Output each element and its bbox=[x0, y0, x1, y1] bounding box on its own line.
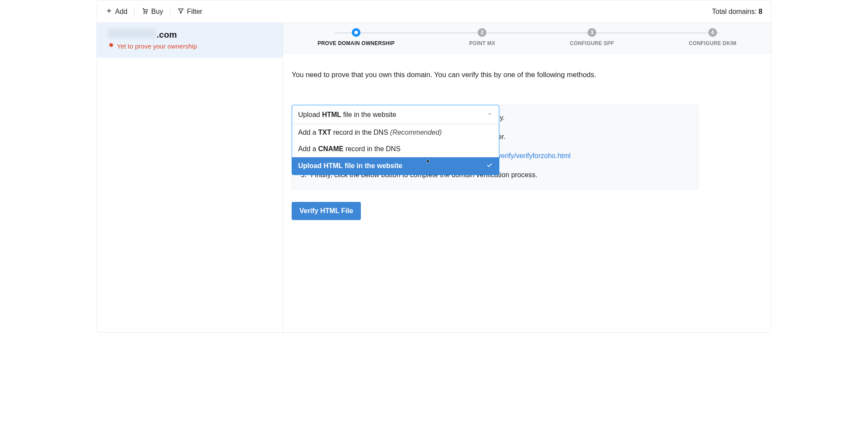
filter-icon bbox=[177, 7, 184, 16]
filter-label: Filter bbox=[187, 8, 203, 16]
total-domains-count: 8 bbox=[759, 8, 762, 15]
filter-button[interactable]: Filter bbox=[177, 7, 203, 16]
chevron-up-icon bbox=[487, 111, 493, 119]
warning-icon bbox=[108, 42, 114, 50]
option-cname-record[interactable]: Add a CNAME record in the DNS bbox=[292, 141, 499, 157]
step-label-4: CONFIGURE DKIM bbox=[689, 40, 736, 46]
instruction-fragment: y. bbox=[500, 114, 505, 122]
domain-name-redacted bbox=[108, 29, 156, 38]
step-label-2: POINT MX bbox=[469, 40, 495, 46]
step-circle-4: 4 bbox=[708, 28, 717, 37]
add-button[interactable]: Add bbox=[106, 7, 127, 16]
stepper: 1 PROVE DOMAIN OWNERSHIP 2 POINT MX 3 CO… bbox=[283, 23, 771, 53]
sidebar: .com Yet to prove your ownership bbox=[97, 23, 283, 332]
separator bbox=[170, 8, 170, 16]
svg-point-1 bbox=[146, 13, 147, 13]
main: 1 PROVE DOMAIN OWNERSHIP 2 POINT MX 3 CO… bbox=[283, 23, 771, 332]
toolbar-left: Add Buy Filter bbox=[106, 7, 203, 16]
domain-suffix: .com bbox=[157, 30, 177, 40]
app-frame: Add Buy Filter Total domains: 8 .com bbox=[96, 0, 772, 333]
svg-point-0 bbox=[144, 13, 145, 13]
step-label-1: PROVE DOMAIN OWNERSHIP bbox=[318, 40, 395, 46]
step-label-3: CONFIGURE SPF bbox=[570, 40, 614, 46]
verification-method-dropdown-layer: Upload HTML file in the website Add a TX… bbox=[292, 105, 499, 175]
verify-button-label: Verify HTML File bbox=[299, 207, 353, 214]
intro-text: You need to prove that you own this doma… bbox=[292, 71, 762, 79]
separator bbox=[134, 8, 135, 16]
verification-method-select[interactable]: Upload HTML file in the website Add a TX… bbox=[292, 105, 499, 175]
select-head[interactable]: Upload HTML file in the website bbox=[292, 105, 499, 124]
domain-status-text: Yet to prove your ownership bbox=[117, 42, 197, 50]
select-options: Add a TXT record in the DNS (Recommended… bbox=[292, 124, 499, 175]
toolbar: Add Buy Filter Total domains: 8 bbox=[97, 0, 771, 23]
domain-name: .com bbox=[108, 29, 271, 40]
total-domains: Total domains: 8 bbox=[712, 8, 762, 16]
option-txt-record[interactable]: Add a TXT record in the DNS (Recommended… bbox=[292, 124, 499, 141]
add-label: Add bbox=[115, 8, 127, 16]
domain-card[interactable]: .com Yet to prove your ownership bbox=[97, 23, 283, 58]
content: You need to prove that you own this doma… bbox=[283, 53, 771, 332]
body: .com Yet to prove your ownership 1 PROVE… bbox=[97, 23, 771, 332]
select-head-text: Upload HTML file in the website bbox=[298, 111, 396, 119]
plus-icon bbox=[106, 7, 113, 16]
cart-icon bbox=[141, 7, 148, 16]
buy-button[interactable]: Buy bbox=[141, 7, 163, 16]
step-circle-2: 2 bbox=[478, 28, 486, 37]
total-domains-label: Total domains: bbox=[712, 8, 759, 15]
step-circle-1: 1 bbox=[352, 28, 360, 37]
check-icon bbox=[486, 162, 493, 170]
step-circle-3: 3 bbox=[588, 28, 596, 37]
step-configure-dkim[interactable]: 4 CONFIGURE DKIM bbox=[689, 28, 736, 46]
step-configure-spf[interactable]: 3 CONFIGURE SPF bbox=[570, 28, 614, 46]
option-upload-html[interactable]: Upload HTML file in the website bbox=[292, 157, 499, 175]
step-point-mx[interactable]: 2 POINT MX bbox=[469, 28, 495, 46]
buy-label: Buy bbox=[151, 8, 163, 16]
domain-status: Yet to prove your ownership bbox=[108, 42, 271, 50]
step-prove-domain-ownership[interactable]: 1 PROVE DOMAIN OWNERSHIP bbox=[318, 28, 395, 46]
verify-html-file-button[interactable]: Verify HTML File bbox=[292, 202, 361, 220]
